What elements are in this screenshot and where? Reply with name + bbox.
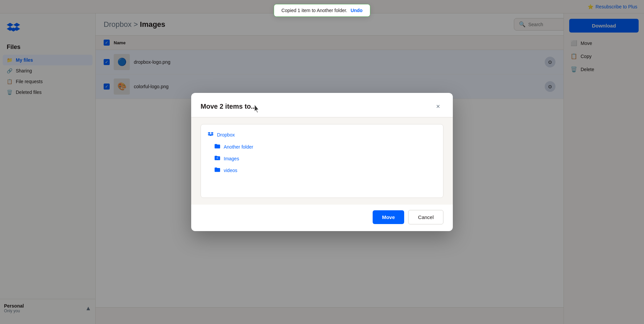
tree-item-videos[interactable]: videos <box>201 164 443 176</box>
modal-cancel-button[interactable]: Cancel <box>408 210 443 224</box>
dropbox-folder-icon <box>208 131 214 138</box>
tree-item-another-folder[interactable]: Another folder <box>201 141 443 153</box>
svg-marker-6 <box>211 132 214 134</box>
modal-close-button[interactable]: × <box>433 101 443 112</box>
tree-item-images-label: Images <box>224 156 239 161</box>
modal-footer: Move Cancel <box>191 205 453 231</box>
svg-rect-10 <box>217 157 218 158</box>
tree-item-another-folder-label: Another folder <box>224 144 253 150</box>
tree-item-dropbox-label: Dropbox <box>217 132 235 138</box>
toast-notification: Copied 1 item to Another folder. Undo <box>274 4 370 17</box>
tree-item-images[interactable]: Images <box>201 153 443 164</box>
modal-overlay[interactable]: Move 2 items to... × Dropb <box>0 0 644 324</box>
folder-tree: Dropbox Another folder <box>201 124 443 198</box>
modal-header: Move 2 items to... × <box>191 93 453 117</box>
shared-folder-icon <box>214 155 220 162</box>
toast-message: Copied 1 item to Another folder. <box>281 8 347 13</box>
tree-item-videos-label: videos <box>224 168 237 173</box>
tree-item-dropbox[interactable]: Dropbox <box>201 128 443 141</box>
modal-body: Dropbox Another folder <box>191 117 453 205</box>
toast-undo-button[interactable]: Undo <box>351 8 363 13</box>
videos-folder-icon <box>214 167 220 173</box>
folder-icon <box>214 144 220 150</box>
move-dialog: Move 2 items to... × Dropb <box>191 93 453 231</box>
modal-title: Move 2 items to... <box>201 103 257 110</box>
svg-marker-5 <box>208 132 211 134</box>
modal-move-button[interactable]: Move <box>373 210 404 224</box>
